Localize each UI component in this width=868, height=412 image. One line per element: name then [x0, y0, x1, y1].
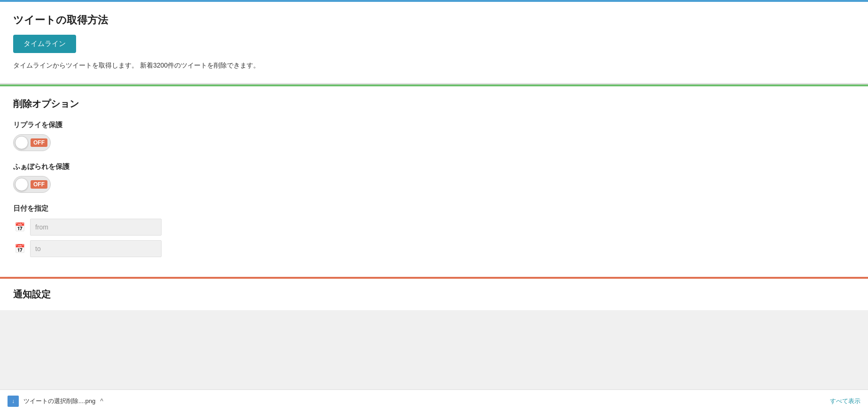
- date-from-input[interactable]: [30, 219, 162, 236]
- reply-protect-toggle[interactable]: OFF: [13, 134, 51, 151]
- reply-protect-toggle-row: OFF: [13, 134, 855, 151]
- bottom-bar-left: ↓ ツイートの選択削除....png ^: [8, 396, 103, 407]
- notification-section: 通知設定: [0, 279, 868, 310]
- download-filename: ツイートの選択削除....png: [23, 397, 95, 405]
- date-filter-label: 日付を指定: [13, 204, 855, 213]
- reply-protect-knob: [15, 136, 28, 149]
- favorite-protect-knob: [15, 178, 28, 191]
- show-all-button[interactable]: すべて表示: [830, 397, 860, 405]
- favorite-protect-toggle[interactable]: OFF: [13, 176, 51, 193]
- date-to-row: 📅: [13, 240, 855, 257]
- date-to-input[interactable]: [30, 240, 162, 257]
- bottom-bar: ↓ ツイートの選択削除....png ^ すべて表示: [0, 389, 868, 412]
- notification-title: 通知設定: [13, 288, 855, 301]
- reply-protect-track: OFF: [13, 134, 51, 151]
- date-from-row: 📅: [13, 219, 855, 236]
- delete-options-title: 削除オプション: [13, 98, 855, 110]
- tweet-method-section: ツイートの取得方法 タイムライン タイムラインからツイートを取得します。 新着3…: [0, 2, 868, 84]
- tweet-method-title: ツイートの取得方法: [13, 13, 855, 27]
- timeline-button[interactable]: タイムライン: [13, 35, 76, 53]
- calendar-to-icon: 📅: [13, 242, 26, 255]
- favorite-protect-off-label: OFF: [31, 180, 47, 189]
- favorite-protect-toggle-row: OFF: [13, 176, 855, 193]
- calendar-from-icon: 📅: [13, 221, 26, 234]
- reply-protect-label: リプライを保護: [13, 121, 855, 130]
- delete-options-section: 削除オプション リプライを保護 OFF ふぁぼられを保護 OFF 日付を指定 📅…: [0, 84, 868, 279]
- chevron-up-icon[interactable]: ^: [100, 397, 103, 405]
- favorite-protect-track: OFF: [13, 176, 51, 193]
- tweet-method-description: タイムラインからツイートを取得します。 新着3200件のツイートを削除できます。: [13, 61, 855, 70]
- download-icon: ↓: [8, 396, 19, 407]
- reply-protect-off-label: OFF: [31, 138, 47, 147]
- favorite-protect-label: ふぁぼられを保護: [13, 162, 855, 171]
